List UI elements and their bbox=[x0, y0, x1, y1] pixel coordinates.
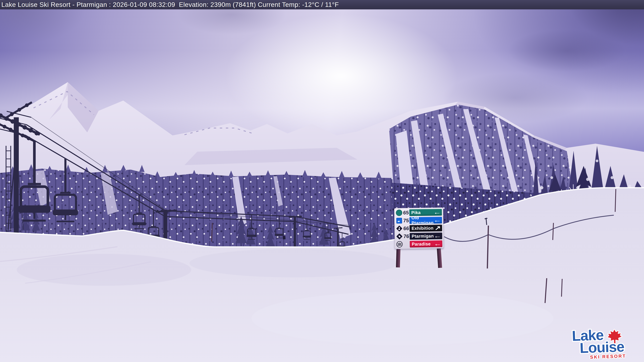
sign-frame: 65 Pika ← 75 Old Ptarmigan ← 66 Exhibiti… bbox=[394, 207, 444, 249]
run-number: 75 bbox=[402, 218, 410, 224]
sign-row-paradise: Paradise ← bbox=[396, 240, 442, 248]
run-number: 76 bbox=[403, 233, 410, 239]
up-right-arrow-icon: ↗ bbox=[434, 225, 441, 231]
sign-row-exhibition: 66 Exhibition ↗ bbox=[396, 225, 442, 232]
left-arrow-icon: ← bbox=[434, 241, 442, 247]
sign-row-old-ptarmigan: 75 Old Ptarmigan ← bbox=[396, 217, 442, 224]
run-label: Exhibition bbox=[412, 225, 434, 231]
status-bar: Lake Louise Ski Resort - Ptarmigan : 202… bbox=[0, 0, 644, 9]
sign-panel: Ptarmigan ← bbox=[410, 232, 442, 240]
lake-louise-logo: Lake Louise SKI RESORT bbox=[569, 325, 634, 362]
logo-tagline: SKI RESORT bbox=[590, 354, 626, 360]
logo-word-louise: Louise bbox=[580, 338, 624, 356]
sign-panel: Old Ptarmigan ← bbox=[410, 217, 442, 224]
run-label: Ptarmigan bbox=[412, 233, 434, 239]
run-label: Paradise bbox=[412, 241, 431, 247]
run-label: Old Ptarmigan bbox=[412, 215, 434, 226]
mountain-scene bbox=[0, 0, 644, 362]
sign-row-ptarmigan: 76 Ptarmigan ← bbox=[396, 232, 442, 240]
run-number: 66 bbox=[403, 226, 410, 231]
run-number bbox=[403, 244, 410, 244]
run-label: Pika bbox=[411, 210, 420, 215]
webcam-frame: Lake Louise Ski Resort - Ptarmigan : 202… bbox=[0, 0, 644, 362]
snow-marker bbox=[282, 236, 286, 239]
blue-square-icon bbox=[396, 218, 402, 223]
sign-panel: Pika ← bbox=[409, 209, 442, 216]
chairlift-people-icon bbox=[396, 241, 403, 248]
left-arrow-icon: ← bbox=[433, 217, 441, 223]
black-diamond-icon bbox=[396, 233, 402, 240]
green-circle-icon bbox=[396, 210, 402, 216]
sign-post-left bbox=[396, 249, 400, 268]
sign-panel: Paradise ← bbox=[410, 240, 442, 248]
left-arrow-icon: ← bbox=[433, 209, 441, 215]
black-diamond-icon bbox=[396, 225, 402, 232]
run-number: 65 bbox=[402, 210, 410, 216]
status-text: Lake Louise Ski Resort - Ptarmigan : 202… bbox=[0, 1, 339, 8]
trail-signpost: 65 Pika ← 75 Old Ptarmigan ← 66 Exhibiti… bbox=[394, 207, 444, 249]
sign-panel: Exhibition ↗ bbox=[410, 225, 442, 232]
left-arrow-icon: ← bbox=[434, 233, 441, 239]
